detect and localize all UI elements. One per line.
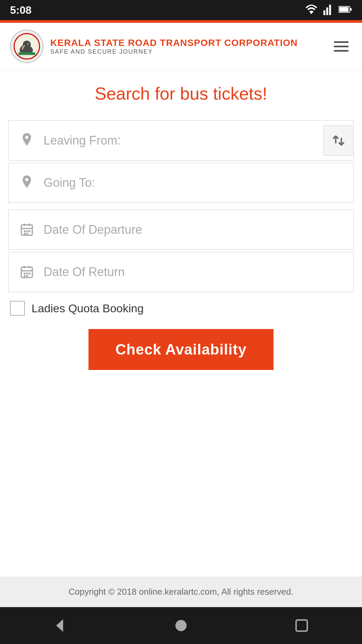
- ladies-quota-row: Ladies Quota Booking: [8, 301, 354, 316]
- svg-rect-18: [26, 230, 28, 232]
- svg-marker-31: [56, 619, 63, 632]
- going-to-field[interactable]: [8, 163, 354, 203]
- svg-rect-26: [24, 273, 26, 275]
- wifi-icon: [305, 4, 318, 16]
- menu-button[interactable]: [330, 38, 352, 55]
- ksrtc-emblem: [13, 33, 40, 60]
- org-tagline: SAFE AND SECURE JOURNEY: [50, 48, 298, 55]
- going-to-input[interactable]: [44, 176, 345, 190]
- hamburger-line-3: [334, 50, 349, 52]
- svg-rect-29: [24, 275, 26, 277]
- ladies-quota-label: Ladies Quota Booking: [32, 302, 144, 315]
- departure-date-input[interactable]: [44, 223, 345, 237]
- svg-point-10: [28, 44, 28, 44]
- hamburger-line-1: [334, 41, 349, 43]
- back-arrow-icon: [52, 617, 69, 634]
- svg-rect-27: [26, 273, 28, 275]
- accent-bar: [0, 20, 362, 23]
- svg-rect-5: [339, 7, 349, 12]
- svg-point-8: [23, 41, 31, 49]
- svg-rect-20: [24, 233, 26, 235]
- svg-rect-33: [296, 620, 307, 631]
- leaving-from-field[interactable]: [8, 120, 354, 161]
- svg-rect-30: [26, 275, 28, 277]
- svg-rect-21: [26, 233, 28, 235]
- svg-rect-28: [29, 273, 31, 275]
- return-date-field[interactable]: [8, 252, 354, 292]
- going-to-icon: [17, 173, 37, 193]
- svg-rect-2: [329, 5, 331, 15]
- svg-point-32: [175, 620, 186, 631]
- departure-calendar-icon: [17, 220, 37, 240]
- ladies-quota-checkbox[interactable]: [10, 301, 25, 316]
- footer: Copyright © 2018 online.keralartc.com, A…: [0, 577, 362, 607]
- search-form: Ladies Quota Booking Check Availability: [8, 120, 354, 370]
- leaving-from-input[interactable]: [44, 133, 345, 148]
- check-availability-button[interactable]: Check Availability: [88, 329, 273, 370]
- svg-rect-4: [350, 8, 352, 11]
- battery-icon: [339, 5, 352, 15]
- hamburger-line-2: [334, 46, 349, 47]
- home-circle-icon: [173, 617, 189, 634]
- app-header: KERALA STATE ROAD TRANSPORT CORPORATION …: [0, 23, 362, 70]
- svg-rect-0: [323, 10, 325, 15]
- svg-rect-19: [29, 230, 31, 232]
- signal-icon: [323, 4, 333, 16]
- swap-button-container: [323, 125, 354, 156]
- footer-copyright: Copyright © 2018 online.keralartc.com, A…: [69, 587, 294, 597]
- bottom-nav: [0, 607, 362, 644]
- svg-rect-12: [18, 52, 35, 55]
- status-bar: 5:08: [0, 0, 362, 20]
- return-calendar-icon: [17, 262, 37, 282]
- recent-square-icon: [293, 617, 310, 634]
- svg-rect-17: [24, 230, 26, 232]
- swap-arrows-icon: [332, 134, 345, 147]
- main-content: Search for bus tickets!: [0, 70, 362, 577]
- header-title-block: KERALA STATE ROAD TRANSPORT CORPORATION …: [50, 38, 298, 55]
- status-icons: [305, 4, 352, 16]
- return-date-input[interactable]: [44, 265, 345, 279]
- page-heading: Search for bus tickets!: [8, 84, 354, 104]
- departure-date-field[interactable]: [8, 210, 354, 250]
- swap-button[interactable]: [323, 125, 354, 156]
- leaving-from-icon: [17, 130, 37, 151]
- org-logo: [10, 30, 44, 63]
- status-time: 5:08: [10, 4, 32, 16]
- home-button[interactable]: [171, 615, 191, 636]
- header-left: KERALA STATE ROAD TRANSPORT CORPORATION …: [10, 30, 298, 63]
- back-button[interactable]: [50, 615, 70, 636]
- org-name: KERALA STATE ROAD TRANSPORT CORPORATION: [50, 38, 298, 48]
- recent-button[interactable]: [292, 615, 312, 636]
- svg-rect-1: [326, 7, 328, 15]
